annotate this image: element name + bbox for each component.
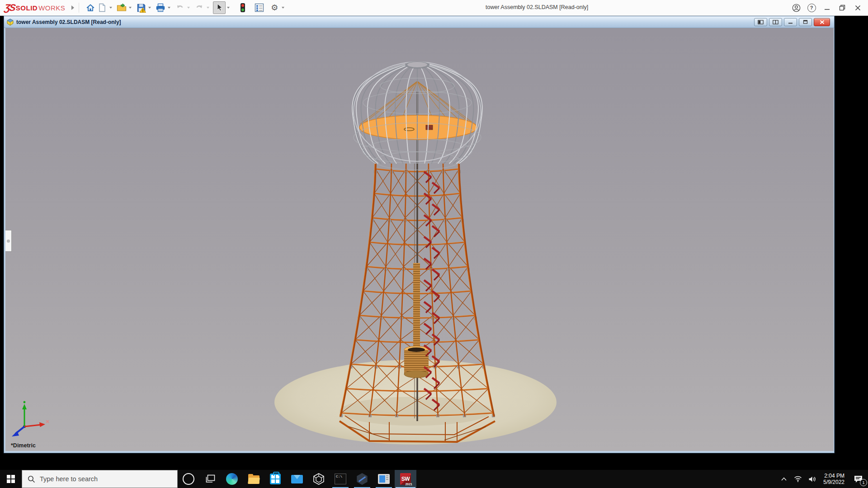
task-view-icon — [205, 474, 215, 483]
close-button[interactable] — [850, 0, 865, 15]
minimize-icon — [824, 5, 830, 11]
settings-dropdown-icon[interactable] — [282, 7, 284, 9]
redo-button[interactable] — [193, 2, 205, 14]
restore-button[interactable] — [835, 0, 850, 15]
help-icon: ? — [807, 4, 816, 12]
document-title: tower Assembly 02.SLDASM [Read-only] — [16, 19, 121, 25]
feature-tree-collapse-tab[interactable] — [5, 230, 12, 252]
print-dropdown-icon[interactable] — [168, 7, 170, 9]
save-icon — [137, 3, 146, 13]
window-app-icon — [378, 474, 390, 484]
settings-button[interactable]: ⚙ — [269, 2, 280, 14]
tile-left-icon — [758, 20, 764, 24]
3d-viewer-icon — [313, 473, 325, 485]
clock-date: 5/9/2022 — [823, 479, 844, 485]
taskbar-app-file-explorer[interactable] — [243, 470, 264, 488]
tile-left-button[interactable] — [754, 18, 767, 26]
edge-icon — [226, 473, 238, 485]
taskbar-app-edrawings[interactable] — [351, 470, 373, 488]
taskbar-app-3d-viewer[interactable] — [308, 470, 330, 488]
doc-close-icon — [820, 20, 825, 24]
open-folder-icon — [117, 3, 127, 12]
tray-clock[interactable]: 2:04 PM 5/9/2022 — [823, 473, 844, 485]
collapse-handle-icon — [7, 239, 10, 243]
save-button[interactable] — [135, 2, 147, 14]
tray-show-hidden-icons[interactable] — [777, 470, 791, 488]
doc-close-button[interactable] — [814, 18, 830, 26]
undo-dropdown-icon[interactable] — [187, 7, 190, 9]
select-cursor-icon — [215, 3, 223, 12]
doc-restore-button[interactable] — [799, 18, 812, 26]
restore-icon — [839, 5, 845, 11]
solidworks-app-icon: SW 2021 — [399, 473, 412, 485]
menu-expand-icon[interactable] — [71, 5, 74, 10]
options-list-button[interactable] — [253, 2, 265, 14]
taskbar-app-store[interactable] — [264, 470, 286, 488]
wifi-icon — [794, 476, 802, 482]
store-icon — [270, 474, 281, 484]
mail-icon — [291, 475, 303, 483]
tray-network[interactable] — [791, 470, 805, 488]
document-window: tower Assembly 02.SLDASM [Read-only] — [4, 16, 835, 453]
minimize-button[interactable] — [819, 0, 835, 15]
account-button[interactable] — [788, 0, 804, 15]
gear-icon: ⚙ — [271, 4, 278, 12]
speaker-icon — [808, 476, 816, 483]
taskbar-app-solidworks[interactable]: SW 2021 — [395, 470, 416, 488]
app-titlebar: ƷS SOLIDWORKS — [0, 0, 868, 16]
select-tool-button[interactable] — [213, 1, 226, 14]
chevron-up-icon — [781, 477, 787, 481]
undo-button[interactable] — [174, 2, 186, 14]
tile-split-button[interactable] — [769, 18, 782, 26]
document-titlebar[interactable]: tower Assembly 02.SLDASM [Read-only] — [4, 16, 834, 28]
redo-dropdown-icon[interactable] — [207, 7, 209, 9]
hexagon-app-icon — [356, 473, 368, 485]
select-dropdown-icon[interactable] — [227, 7, 230, 9]
file-explorer-icon — [248, 475, 259, 484]
cortana-icon — [183, 473, 194, 485]
action-center-badge: 1 — [860, 479, 867, 486]
doc-restore-icon — [803, 20, 808, 24]
tray-volume[interactable] — [805, 470, 820, 488]
doc-minimize-icon — [788, 20, 793, 24]
search-icon — [28, 475, 35, 483]
doc-minimize-button[interactable] — [784, 18, 797, 26]
solidworks-logo-icon: ƷS — [4, 2, 15, 13]
3d-model-tower-assembly[interactable] — [5, 28, 834, 451]
account-icon — [792, 4, 801, 12]
task-view-button[interactable] — [199, 470, 221, 488]
cortana-button[interactable] — [178, 470, 199, 488]
window-controls: ? — [788, 0, 865, 15]
taskbar-app-command-prompt[interactable]: C:\ — [330, 470, 351, 488]
print-button[interactable] — [155, 2, 166, 14]
selection-filter-button[interactable] — [237, 2, 249, 14]
windows-logo-icon — [7, 475, 15, 483]
help-button[interactable]: ? — [804, 0, 819, 15]
save-dropdown-icon[interactable] — [148, 7, 151, 9]
taskbar: Type here to search C:\ SW 2 — [0, 470, 868, 488]
open-button[interactable] — [116, 2, 127, 14]
new-document-button[interactable] — [96, 2, 108, 14]
open-dropdown-icon[interactable] — [129, 7, 132, 9]
start-button[interactable] — [0, 470, 22, 488]
command-prompt-icon: C:\ — [335, 474, 346, 484]
solidworks-logo: ƷS SOLIDWORKS — [5, 2, 65, 13]
action-center-button[interactable]: 1 — [848, 470, 868, 488]
graphics-viewport[interactable]: *Dimetric — [5, 28, 834, 451]
home-button[interactable] — [85, 2, 96, 14]
traffic-light-icon — [240, 3, 245, 13]
taskbar-app-edge[interactable] — [221, 470, 243, 488]
taskbar-app-mail[interactable] — [286, 470, 308, 488]
assembly-file-icon — [6, 19, 14, 26]
undo-icon — [175, 4, 185, 12]
taskbar-app-remote-window[interactable] — [373, 470, 395, 488]
orientation-triad[interactable] — [8, 399, 50, 440]
print-icon — [156, 3, 165, 12]
home-icon — [85, 3, 95, 13]
clock-time: 2:04 PM — [823, 473, 844, 479]
view-orientation-label: *Dimetric — [11, 442, 36, 449]
new-dropdown-icon[interactable] — [109, 7, 112, 9]
toolbar-separator — [79, 3, 79, 13]
document-window-buttons — [754, 18, 832, 26]
taskbar-search-input[interactable]: Type here to search — [22, 470, 178, 488]
